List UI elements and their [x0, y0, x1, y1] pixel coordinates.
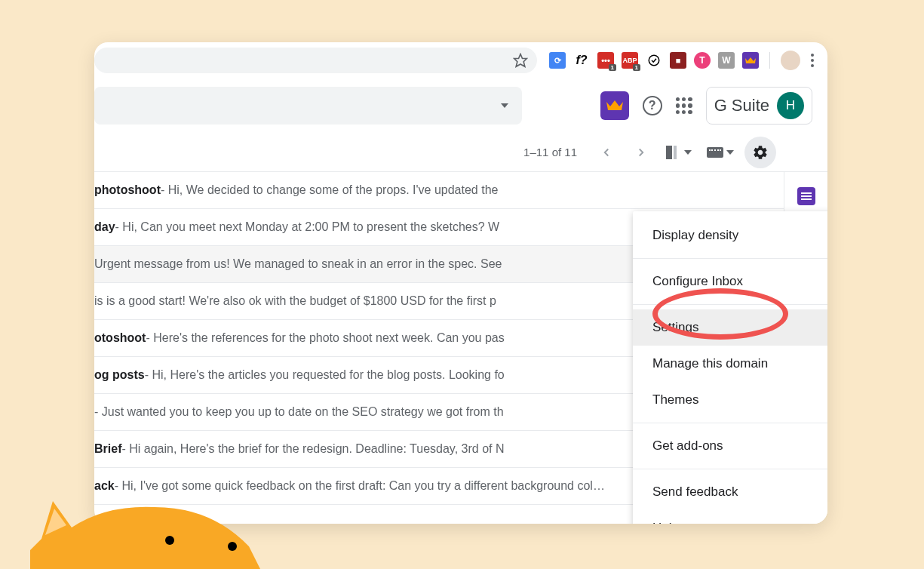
email-subject: Brief	[94, 442, 121, 456]
gear-icon	[752, 144, 769, 161]
apps-launcher-icon[interactable]	[676, 97, 692, 114]
svg-rect-5	[801, 195, 812, 197]
email-snippet: - Hi again, Here's the brief for the red…	[121, 442, 504, 456]
email-snippet: - Hi, Can you meet next Monday at 2:00 P…	[115, 220, 500, 234]
ext-crown-icon[interactable]	[742, 52, 759, 69]
mail-toolbar: 1–11 of 11	[94, 133, 827, 172]
ext-abp-icon[interactable]: ABP1	[622, 52, 638, 69]
keyboard-icon	[707, 147, 723, 158]
svg-rect-6	[801, 198, 812, 200]
ext-font-icon[interactable]: f?	[573, 52, 590, 69]
profile-avatar-icon[interactable]	[781, 51, 800, 70]
help-icon[interactable]: ?	[643, 96, 662, 115]
ext-brave-icon[interactable]: ■	[670, 52, 686, 69]
rail-tasks-icon[interactable]	[797, 187, 815, 205]
svg-point-1	[649, 55, 659, 66]
email-snippet: - Hi, We decided to change some of the p…	[161, 183, 498, 197]
email-subject: og posts	[94, 368, 145, 382]
email-snippet: Urgent message from us! We managed to sn…	[94, 257, 502, 271]
email-snippet: is is a good start! We're also ok with t…	[94, 294, 496, 308]
email-snippet: - Here's the references for the photo sh…	[146, 331, 504, 345]
email-subject: day	[94, 220, 115, 234]
split-pane-button[interactable]	[666, 146, 692, 159]
email-snippet: - Hi, Here's the articles you requested …	[145, 368, 505, 382]
ext-w-icon[interactable]: W	[718, 52, 735, 69]
dropdown-item-help[interactable]: Help	[633, 510, 827, 524]
gsuite-account[interactable]: G Suite H	[706, 87, 812, 125]
dropdown-separator	[633, 304, 827, 305]
gsuite-label: G Suite	[714, 96, 769, 115]
dropdown-item-get-add-ons[interactable]: Get add-ons	[633, 428, 827, 464]
dropdown-item-manage-this-domain[interactable]: Manage this domain	[633, 346, 827, 382]
browser-toolbar: ⟳ f? •••1 ABP1 ■ T W	[94, 42, 827, 78]
svg-point-7	[165, 536, 174, 545]
pagination-label: 1–11 of 11	[523, 146, 577, 158]
ext-translate-icon[interactable]: ⟳	[549, 52, 566, 69]
dropdown-item-configure-inbox[interactable]: Configure Inbox	[633, 263, 827, 300]
browser-menu-icon[interactable]	[808, 51, 817, 70]
dropdown-item-send-feedback[interactable]: Send feedback	[633, 474, 827, 510]
svg-marker-0	[514, 54, 527, 67]
email-snippet: - Hi, I've got some quick feedback on th…	[115, 479, 605, 493]
search-input[interactable]	[94, 87, 522, 125]
account-avatar-icon[interactable]: H	[777, 92, 804, 119]
settings-gear-button[interactable]	[744, 137, 776, 168]
dropdown-item-display-density[interactable]: Display density	[633, 217, 827, 254]
omnibox[interactable]	[94, 48, 537, 73]
dropdown-separator	[633, 258, 827, 259]
ext-g-icon[interactable]	[646, 52, 662, 69]
dropdown-separator	[633, 469, 827, 469]
email-row[interactable]: photoshoot - Hi, We decided to change so…	[94, 172, 784, 209]
prev-page-button[interactable]	[592, 138, 621, 167]
chevron-down-icon	[726, 150, 734, 155]
dropdown-item-themes[interactable]: Themes	[633, 382, 827, 418]
ext-lastpass-icon[interactable]: •••1	[597, 52, 614, 69]
email-snippet: - Just wanted you to keep you up to date…	[94, 405, 504, 419]
extensions-row: ⟳ f? •••1 ABP1 ■ T W	[549, 51, 820, 70]
gmail-header: ? G Suite H	[94, 78, 827, 133]
search-options-caret-icon[interactable]	[501, 103, 508, 108]
input-tools-button[interactable]	[707, 147, 734, 158]
settings-dropdown: Display densityConfigure InboxSettingsMa…	[633, 211, 827, 524]
svg-rect-3	[674, 146, 677, 159]
star-icon[interactable]	[513, 53, 528, 68]
svg-rect-4	[801, 192, 812, 194]
email-subject: photoshoot	[94, 183, 161, 197]
app-window: ⟳ f? •••1 ABP1 ■ T W ? G	[94, 42, 827, 524]
svg-rect-2	[666, 146, 672, 159]
crown-app-icon[interactable]	[600, 91, 629, 120]
svg-point-8	[228, 542, 237, 551]
dropdown-separator	[633, 423, 827, 423]
dropdown-item-settings[interactable]: Settings	[633, 309, 827, 346]
chevron-down-icon	[684, 150, 692, 155]
email-subject: ack	[94, 479, 115, 493]
email-subject: otoshoot	[94, 331, 146, 345]
next-page-button[interactable]	[627, 138, 655, 167]
ext-t-icon[interactable]: T	[694, 52, 711, 69]
